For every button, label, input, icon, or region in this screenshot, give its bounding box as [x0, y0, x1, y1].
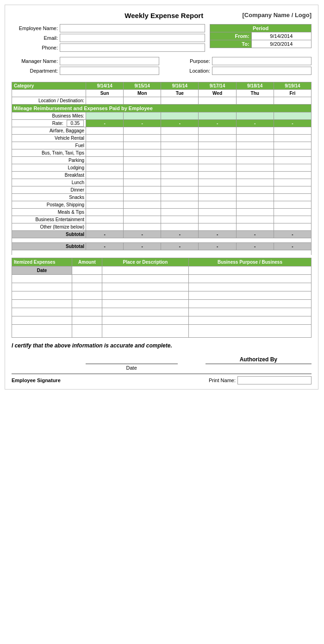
- location-input[interactable]: [212, 67, 312, 75]
- item-date-1[interactable]: [12, 274, 72, 283]
- lunch-mon[interactable]: [124, 179, 161, 186]
- lodging-thu[interactable]: [236, 164, 274, 172]
- lodging-tue[interactable]: [161, 164, 199, 172]
- item-amount-2[interactable]: [72, 283, 102, 291]
- amount-col[interactable]: [72, 266, 102, 274]
- dinner-sun[interactable]: [86, 186, 124, 194]
- fuel-wed[interactable]: [199, 142, 236, 149]
- lodging-fri[interactable]: [274, 164, 311, 172]
- vehicle-wed[interactable]: [199, 135, 236, 142]
- parking-tue[interactable]: [161, 157, 199, 164]
- lunch-fri[interactable]: [274, 179, 311, 186]
- parking-mon[interactable]: [124, 157, 161, 164]
- biz-ent-tue[interactable]: [161, 216, 199, 223]
- dinner-tue[interactable]: [161, 186, 199, 194]
- employee-name-input[interactable]: [60, 24, 205, 32]
- item-amount-3[interactable]: [72, 291, 102, 299]
- dinner-thu[interactable]: [236, 186, 274, 194]
- lodging-mon[interactable]: [124, 164, 161, 172]
- dinner-fri[interactable]: [274, 186, 311, 194]
- postage-fri[interactable]: [274, 201, 311, 209]
- other-thu[interactable]: [236, 223, 274, 231]
- fuel-fri[interactable]: [274, 142, 311, 149]
- loc-sun[interactable]: [86, 97, 124, 105]
- item-purpose-3[interactable]: [188, 291, 311, 299]
- item-place-2[interactable]: [102, 283, 189, 291]
- purpose-input[interactable]: [212, 57, 312, 65]
- snacks-sun[interactable]: [86, 194, 124, 201]
- meals-tips-fri[interactable]: [274, 209, 311, 216]
- snacks-mon[interactable]: [124, 194, 161, 201]
- vehicle-sun[interactable]: [86, 135, 124, 142]
- item-purpose-6[interactable]: [188, 316, 311, 324]
- item-purpose-5[interactable]: [188, 308, 311, 316]
- miles-mon[interactable]: [124, 112, 161, 120]
- email-input[interactable]: [60, 34, 205, 42]
- meals-tips-sun[interactable]: [86, 209, 124, 216]
- fuel-tue[interactable]: [161, 142, 199, 149]
- loc-mon[interactable]: [124, 97, 161, 105]
- other-wed[interactable]: [199, 223, 236, 231]
- item-place-3[interactable]: [102, 291, 189, 299]
- breakfast-thu[interactable]: [236, 172, 274, 179]
- item-purpose-7[interactable]: [188, 324, 311, 337]
- snacks-tue[interactable]: [161, 194, 199, 201]
- parking-sun[interactable]: [86, 157, 124, 164]
- other-tue[interactable]: [161, 223, 199, 231]
- parking-thu[interactable]: [236, 157, 274, 164]
- lunch-thu[interactable]: [236, 179, 274, 186]
- meals-tips-thu[interactable]: [236, 209, 274, 216]
- item-place-6[interactable]: [102, 316, 189, 324]
- rate-value[interactable]: 0.35: [67, 120, 84, 127]
- parking-fri[interactable]: [274, 157, 311, 164]
- breakfast-sun[interactable]: [86, 172, 124, 179]
- manager-input[interactable]: [60, 57, 159, 65]
- airfare-tue[interactable]: [161, 127, 199, 135]
- postage-wed[interactable]: [199, 201, 236, 209]
- item-place-7[interactable]: [102, 324, 189, 337]
- miles-sun[interactable]: [86, 112, 124, 120]
- bus-sun[interactable]: [86, 149, 124, 157]
- item-place-5[interactable]: [102, 308, 189, 316]
- item-purpose-2[interactable]: [188, 283, 311, 291]
- bus-fri[interactable]: [274, 149, 311, 157]
- meals-tips-mon[interactable]: [124, 209, 161, 216]
- bus-mon[interactable]: [124, 149, 161, 157]
- loc-fri[interactable]: [274, 97, 311, 105]
- biz-ent-thu[interactable]: [236, 216, 274, 223]
- biz-ent-sun[interactable]: [86, 216, 124, 223]
- item-purpose-1[interactable]: [188, 274, 311, 283]
- breakfast-mon[interactable]: [124, 172, 161, 179]
- postage-mon[interactable]: [124, 201, 161, 209]
- lunch-wed[interactable]: [199, 179, 236, 186]
- fuel-mon[interactable]: [124, 142, 161, 149]
- breakfast-tue[interactable]: [161, 172, 199, 179]
- vehicle-fri[interactable]: [274, 135, 311, 142]
- vehicle-thu[interactable]: [236, 135, 274, 142]
- item-date-5[interactable]: [12, 308, 72, 316]
- airfare-thu[interactable]: [236, 127, 274, 135]
- biz-ent-fri[interactable]: [274, 216, 311, 223]
- item-date-2[interactable]: [12, 283, 72, 291]
- miles-wed[interactable]: [199, 112, 236, 120]
- breakfast-wed[interactable]: [199, 172, 236, 179]
- loc-tue[interactable]: [161, 97, 199, 105]
- postage-sun[interactable]: [86, 201, 124, 209]
- item-amount-5[interactable]: [72, 308, 102, 316]
- vehicle-tue[interactable]: [161, 135, 199, 142]
- fuel-sun[interactable]: [86, 142, 124, 149]
- item-purpose-4[interactable]: [188, 299, 311, 308]
- lunch-sun[interactable]: [86, 179, 124, 186]
- breakfast-fri[interactable]: [274, 172, 311, 179]
- biz-ent-wed[interactable]: [199, 216, 236, 223]
- dinner-mon[interactable]: [124, 186, 161, 194]
- postage-tue[interactable]: [161, 201, 199, 209]
- airfare-mon[interactable]: [124, 127, 161, 135]
- miles-fri[interactable]: [274, 112, 311, 120]
- print-name-input[interactable]: [237, 376, 312, 384]
- lodging-sun[interactable]: [86, 164, 124, 172]
- miles-tue[interactable]: [161, 112, 199, 120]
- fuel-thu[interactable]: [236, 142, 274, 149]
- postage-thu[interactable]: [236, 201, 274, 209]
- item-place-4[interactable]: [102, 299, 189, 308]
